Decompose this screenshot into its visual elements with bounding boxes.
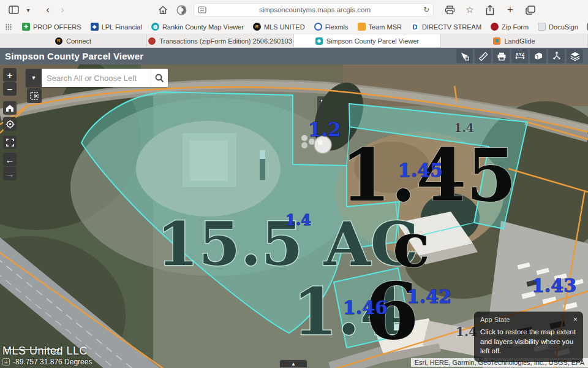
measure-icon[interactable]: [475, 49, 491, 63]
svg-text:XYZ: XYZ: [515, 52, 524, 57]
scale-bar: [5, 348, 59, 351]
share-icon[interactable]: [548, 49, 565, 63]
lpl-financial-icon: ◆: [91, 23, 99, 31]
extent-button[interactable]: [3, 136, 17, 149]
app-state-popup[interactable]: App State × Click to restore the map ext…: [474, 312, 583, 362]
previous-extent-button[interactable]: ←: [3, 153, 17, 166]
sidebar-icon[interactable]: [6, 2, 21, 17]
bookmark-mls-united[interactable]: RMLS UNITED: [253, 23, 305, 31]
privacy-icon[interactable]: [174, 2, 189, 17]
extent-icon: [6, 139, 14, 147]
tab-landglide[interactable]: LandGlide: [441, 34, 588, 47]
zoom-in-button[interactable]: +: [3, 68, 17, 82]
bookmark-docusign[interactable]: DocuSign: [538, 23, 578, 31]
back-icon[interactable]: ‹: [40, 2, 55, 17]
browser-toolbar: ▾ ‹ › simpsoncountyms.maps.arcgis.com ↻ …: [0, 0, 588, 20]
bookmark-team-msr[interactable]: Team MSR: [358, 23, 402, 31]
bookmark-directv[interactable]: DDIRECTV STREAM: [411, 23, 481, 31]
bookmark-icon[interactable]: [530, 49, 546, 63]
bookmark-lpl-financial[interactable]: ◆LPL Financial: [91, 23, 142, 31]
tab-overview-icon[interactable]: [523, 2, 538, 17]
locate-button[interactable]: [3, 117, 17, 131]
bookmarks-bar: ✚PROP OFFERS ◆LPL Financial ◍Rankin Coun…: [0, 20, 588, 34]
identify-icon[interactable]: [456, 49, 473, 63]
xyz-coordinates-icon[interactable]: XYZ: [511, 49, 528, 63]
share-icon[interactable]: [483, 2, 497, 17]
popup-title: App State: [480, 316, 577, 323]
panel-icon: [30, 92, 39, 100]
directv-icon: D: [411, 23, 419, 31]
forward-icon[interactable]: ›: [55, 2, 70, 17]
bookmarks-grid-icon[interactable]: [5, 23, 13, 31]
coordinates-readout: + -89.757 31.876 Degrees: [2, 358, 92, 366]
landglide-tab-icon: [493, 37, 500, 45]
app-header: Simpson County Parcel Viewer XYZ: [0, 48, 588, 64]
print-icon[interactable]: [493, 49, 510, 63]
new-tab-icon[interactable]: +: [503, 2, 518, 17]
map-canvas[interactable]: 1.2 1.45 1.45 1.4 15.5 AC c 1.4 1.4 6 1.…: [0, 64, 588, 368]
attribute-panel-toggle[interactable]: ▲: [279, 359, 307, 368]
acreage-label: 1.45: [398, 159, 443, 181]
search-icon: [155, 74, 164, 83]
close-icon[interactable]: ×: [573, 315, 578, 324]
team-msr-icon: [358, 23, 366, 31]
panel-toggle-button[interactable]: [27, 88, 42, 103]
layers-icon[interactable]: [567, 49, 583, 63]
zip-form-icon: [491, 23, 499, 31]
page-icon: [198, 6, 206, 13]
zoom-out-button[interactable]: −: [3, 82, 17, 96]
scale-label: 200ft: [53, 351, 62, 356]
bookmark-prop-offers[interactable]: ✚PROP OFFERS: [22, 23, 81, 31]
url-bar[interactable]: simpsoncountyms.maps.arcgis.com ↻: [194, 3, 434, 17]
docusign-icon: [538, 23, 546, 31]
home-icon[interactable]: [156, 2, 170, 17]
star-icon[interactable]: ☆: [462, 2, 477, 17]
coordinates-target-icon[interactable]: +: [2, 358, 10, 366]
acreage-label: 1.4: [285, 211, 311, 229]
tab-transactions[interactable]: Transactions (zipForm Edition) 2506.2601…: [147, 34, 294, 47]
acreage-label: 1.43: [532, 275, 576, 296]
url-text[interactable]: simpsoncountyms.maps.arcgis.com: [206, 6, 423, 13]
home-extent-button[interactable]: [3, 101, 17, 115]
chevron-down-icon[interactable]: ▾: [21, 2, 36, 17]
bookmark-rankin-map[interactable]: ◍Rankin County Map Viewer: [151, 23, 244, 31]
home-icon: [6, 104, 14, 112]
header-toolbar: XYZ: [456, 49, 583, 63]
tab-simpson-county-parcel-viewer[interactable]: ◈Simpson County Parcel Viewer: [294, 34, 441, 47]
parcel-viewer-tab-icon: ◈: [315, 37, 323, 45]
search-input[interactable]: [42, 69, 151, 87]
mls-united-icon: R: [253, 23, 261, 31]
connect-tab-icon: R: [55, 37, 62, 45]
reload-icon[interactable]: ↻: [423, 6, 429, 14]
search-dropdown-button[interactable]: ▼: [26, 69, 42, 87]
acreage-label: 1.46: [343, 297, 388, 318]
acreage-label: 1.4: [454, 121, 474, 134]
tab-connect[interactable]: RConnect: [0, 34, 147, 47]
zipform-tab-icon: [148, 37, 156, 45]
locate-icon: [6, 120, 15, 129]
next-extent-button[interactable]: →: [3, 167, 17, 180]
prop-offers-icon: ✚: [22, 23, 30, 31]
acreage-label: 1.2: [308, 118, 341, 140]
tab-strip: RConnect Transactions (zipForm Edition) …: [0, 34, 588, 48]
bookmark-zip-form[interactable]: Zip Form: [491, 23, 529, 31]
rankin-map-icon: ◍: [151, 23, 159, 31]
page-title: Simpson County Parcel Viewer: [5, 51, 143, 61]
print-icon[interactable]: [442, 2, 457, 17]
popup-body: Click to restore the map extent and laye…: [480, 328, 577, 356]
search-button[interactable]: [151, 69, 168, 87]
search-widget: ▼: [26, 69, 168, 87]
flexmls-icon: [314, 23, 322, 31]
bookmark-flexmls[interactable]: Flexmls: [314, 23, 349, 31]
acreage-label: 1.42: [407, 286, 451, 307]
